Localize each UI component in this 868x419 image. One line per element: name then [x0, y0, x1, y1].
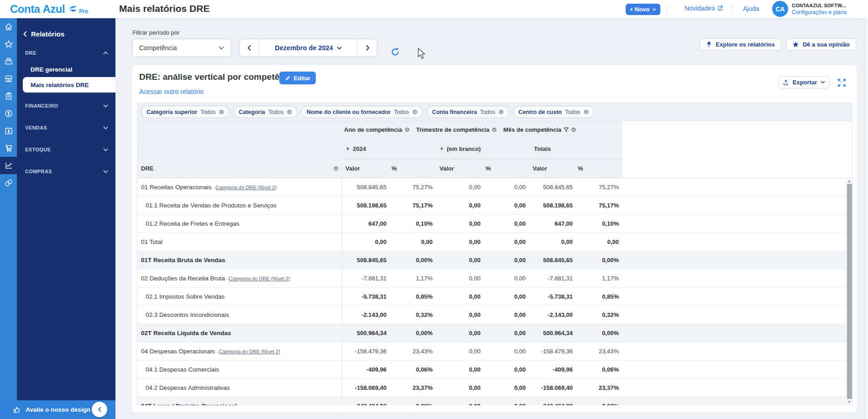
cell-percent: 0,10% — [391, 215, 436, 233]
account-name: CONTAAZUL SOFTW... — [792, 3, 847, 8]
cell-valor: 0,00 — [436, 342, 485, 360]
next-month-button[interactable] — [358, 39, 377, 57]
dollar-coin-icon — [4, 109, 13, 118]
table-row: 04.1 Despesas Comerciais-409,960,06%0,00… — [137, 361, 852, 379]
report-title: DRE: análise vertical por competência — [139, 72, 297, 82]
sidebar-section-dre[interactable]: DRE — [17, 44, 115, 62]
rail-item-link[interactable] — [0, 174, 17, 191]
topbar-divider — [667, 5, 667, 14]
table-row: 01 Total0,000,000,000,000,000,00 — [137, 233, 852, 251]
caret-right-icon[interactable] — [441, 147, 444, 150]
scroll-up-arrow[interactable]: ▲ — [847, 178, 852, 184]
rail-item-star[interactable] — [0, 36, 17, 53]
link-icon — [4, 178, 13, 187]
edit-button[interactable]: Editar — [279, 72, 316, 84]
row-name-cell: 04.2 Despesas Administrativas — [137, 379, 342, 397]
account-menu[interactable]: CA CONTAAZUL SOFTW... Configurações e pl… — [772, 1, 847, 17]
give-opinion-button[interactable]: Dê a sua opinião — [786, 38, 856, 51]
row-filler — [622, 342, 852, 360]
row-name-cell: 02.3 Descontos Incondicionais — [137, 306, 342, 324]
sidebar-item-dre-gerencial[interactable]: DRE gerencial — [17, 62, 115, 77]
design-feedback-label: Avalie o nosso design — [26, 406, 90, 413]
gear-icon[interactable]: ⚙ — [571, 127, 576, 133]
rail-item-clipboard[interactable] — [0, 88, 17, 105]
filter-chip-nome-do-cliente-ou-fornecedor[interactable]: Nome do cliente ou fornecedorTodos⚙ — [301, 106, 423, 118]
account-settings-link[interactable]: Configurações e plano — [792, 9, 847, 16]
explore-reports-button[interactable]: Explore os relatórios — [700, 38, 781, 51]
dre-category-link[interactable]: Categoria do DRE (Nível 2) — [219, 349, 280, 354]
chevron-down-icon — [652, 8, 656, 11]
rail-item-cart[interactable] — [0, 140, 17, 157]
month-select[interactable]: Dezembro de 2024 — [259, 39, 358, 57]
group-header-2024[interactable]: 2024 — [342, 139, 436, 159]
gear-icon[interactable]: ⚙ — [219, 109, 225, 115]
filter-chip-categoria-superior[interactable]: Categoria superiorTodos⚙ — [141, 106, 230, 118]
contaazul-logo[interactable]: Conta Azul Pro — [10, 3, 88, 16]
period-type-select[interactable]: Competência — [132, 39, 231, 57]
rail-item-chart[interactable] — [0, 157, 17, 174]
gear-icon[interactable]: ⚙ — [492, 127, 497, 133]
sidebar-section-compras[interactable]: COMPRAS — [17, 163, 115, 180]
chip-value: Todos — [480, 109, 495, 115]
row-filler — [622, 233, 852, 251]
filter-chip-conta-financeira[interactable]: Conta financeiraTodos⚙ — [427, 106, 509, 118]
group-header-filler — [622, 139, 852, 159]
group-header-embranco[interactable]: (em branco) — [436, 139, 529, 159]
export-button[interactable]: Exportar — [778, 76, 830, 88]
scrollbar-thumb[interactable] — [847, 184, 852, 399]
cell-percent: 0,00% — [391, 397, 436, 405]
table-row: 04T Lucro / Prejuízo Operacional342.484,… — [137, 397, 852, 405]
chip-label: Centro de custo — [518, 109, 562, 115]
cell-valor: -2.143,00 — [529, 306, 577, 324]
novo-button-label: + Novo — [630, 6, 650, 13]
dre-category-link[interactable]: Categoria do DRE (Nível 2) — [229, 276, 290, 281]
column-header-filler — [622, 159, 852, 178]
rail-item-calendar-dollar[interactable] — [0, 122, 17, 140]
access-other-report-link[interactable]: Acessar outro relatório — [139, 88, 204, 95]
filter-chip-categoria[interactable]: CategoriaTodos⚙ — [233, 106, 298, 118]
dre-column-label: DRE — [141, 165, 153, 172]
scroll-down-arrow[interactable]: ▼ — [847, 399, 852, 405]
novo-button[interactable]: + Novo — [626, 4, 660, 15]
sidebar-section-vendas[interactable]: VENDAS — [17, 119, 115, 136]
design-feedback-bar[interactable]: Avalie o nosso design — [0, 400, 115, 419]
fullscreen-expand-icon[interactable] — [837, 78, 847, 88]
dre-category-link[interactable]: Categoria do DRE (Nível 2) — [215, 185, 277, 190]
gear-icon[interactable]: ⚙ — [583, 109, 589, 115]
sidebar-item-mais-relatórios-dre[interactable]: Mais relatórios DRE — [23, 77, 115, 93]
cell-valor: -158.069,40 — [342, 379, 391, 397]
group-label: 2024 — [353, 145, 366, 152]
collapse-sidebar-button[interactable] — [92, 402, 107, 417]
previous-month-button[interactable] — [240, 39, 259, 57]
filter-chip-centro-de-custo[interactable]: Centro de custoTodos⚙ — [513, 106, 594, 118]
back-label: Relatórios — [31, 30, 64, 38]
row-filler — [622, 306, 852, 324]
gear-icon[interactable]: ⚙ — [287, 109, 292, 115]
chip-label: Conta financeira — [432, 109, 477, 115]
ajuda-link[interactable]: Ajuda — [743, 5, 759, 12]
gear-icon[interactable]: ⚙ — [333, 166, 339, 171]
window-scrollbar[interactable] — [864, 18, 868, 419]
rail-item-cash-register[interactable] — [0, 53, 17, 70]
funnel-icon[interactable] — [564, 127, 569, 132]
back-to-relatorios[interactable]: Relatórios — [17, 18, 115, 38]
cell-percent: 1,17% — [577, 269, 622, 287]
section-label: VENDAS — [25, 125, 47, 130]
external-link-icon — [717, 5, 723, 11]
rail-item-store[interactable] — [0, 70, 17, 88]
caret-right-icon[interactable] — [347, 147, 350, 150]
sidebar-section-financeiro[interactable]: FINANCEIRO — [17, 97, 115, 114]
cell-valor: 647,00 — [342, 215, 391, 233]
gear-icon[interactable]: ⚙ — [404, 127, 410, 133]
rail-item-home[interactable] — [0, 18, 17, 36]
table-scrollbar[interactable]: ▲ ▼ — [846, 178, 852, 405]
sidebar-section-estoque[interactable]: ESTOQUE — [17, 141, 115, 158]
rail-item-dollar-coin[interactable] — [0, 105, 17, 122]
row-name: 01.1 Receita de Vendas de Produtos e Ser… — [146, 202, 277, 209]
gear-icon[interactable]: ⚙ — [412, 109, 418, 115]
novidades-link[interactable]: Novidades — [685, 5, 723, 12]
row-filler — [622, 361, 852, 378]
refresh-button[interactable] — [390, 47, 400, 57]
cell-percent: 0,32% — [391, 306, 436, 324]
gear-icon[interactable]: ⚙ — [498, 109, 504, 115]
